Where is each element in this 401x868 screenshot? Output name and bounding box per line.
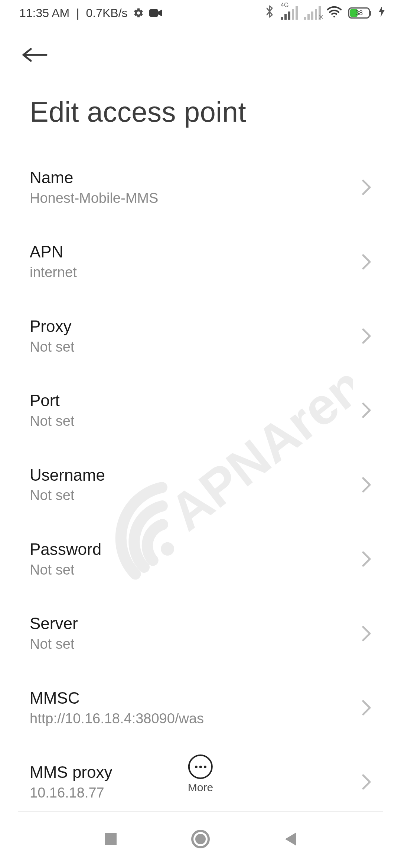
setting-row-username[interactable]: Username Not set bbox=[30, 448, 371, 522]
setting-value: Not set bbox=[30, 339, 356, 356]
chevron-right-icon bbox=[356, 625, 371, 642]
setting-row-apn[interactable]: APN internet bbox=[30, 224, 371, 299]
setting-label: Password bbox=[30, 540, 356, 559]
status-net-speed: 0.7KB/s bbox=[86, 6, 128, 20]
camera-icon bbox=[149, 9, 162, 17]
setting-row-proxy[interactable]: Proxy Not set bbox=[30, 299, 371, 373]
back-button[interactable] bbox=[16, 40, 53, 70]
setting-value: Not set bbox=[30, 562, 356, 579]
status-time: 11:35 AM bbox=[19, 6, 69, 20]
chevron-right-icon bbox=[356, 328, 371, 344]
setting-label: Proxy bbox=[30, 317, 356, 336]
svg-point-5 bbox=[195, 834, 206, 844]
chevron-right-icon bbox=[356, 402, 371, 418]
system-nav-bar bbox=[0, 812, 401, 868]
nav-back-button[interactable] bbox=[283, 831, 298, 849]
setting-value: Not set bbox=[30, 487, 356, 504]
settings-icon bbox=[133, 7, 144, 19]
svg-rect-2 bbox=[149, 9, 158, 17]
chevron-right-icon bbox=[356, 477, 371, 493]
chevron-right-icon bbox=[356, 179, 371, 195]
nav-recent-button[interactable] bbox=[103, 832, 118, 848]
chevron-right-icon bbox=[356, 774, 371, 790]
setting-label: Name bbox=[30, 168, 356, 188]
more-icon bbox=[188, 754, 213, 779]
setting-row-name[interactable]: Name Honest-Mobile-MMS bbox=[30, 150, 371, 224]
setting-row-port[interactable]: Port Not set bbox=[30, 373, 371, 447]
setting-value: internet bbox=[30, 264, 356, 281]
chevron-right-icon bbox=[356, 551, 371, 567]
settings-list: Name Honest-Mobile-MMS APN internet Prox… bbox=[0, 150, 401, 811]
arrow-left-icon bbox=[22, 47, 48, 62]
status-divider: | bbox=[76, 6, 79, 20]
chevron-right-icon bbox=[356, 254, 371, 270]
more-button[interactable]: More bbox=[188, 754, 213, 794]
app-bar bbox=[0, 26, 401, 73]
setting-value: http://10.16.18.4:38090/was bbox=[30, 710, 356, 727]
signal-sim1-icon: 4G bbox=[281, 6, 297, 20]
more-label: More bbox=[188, 781, 213, 794]
setting-value: Not set bbox=[30, 413, 356, 430]
page-title: Edit access point bbox=[0, 73, 401, 135]
setting-label: Server bbox=[30, 614, 356, 634]
chevron-right-icon bbox=[356, 700, 371, 716]
setting-value: Not set bbox=[30, 636, 356, 653]
setting-row-password[interactable]: Password Not set bbox=[30, 522, 371, 596]
status-bar: 11:35 AM | 0.7KB/s 4G ✕ 38 bbox=[0, 0, 401, 26]
setting-label: Username bbox=[30, 466, 356, 485]
signal-sim2-icon: ✕ bbox=[304, 6, 320, 20]
bluetooth-icon bbox=[265, 4, 274, 22]
battery-icon: 38 bbox=[348, 7, 370, 19]
setting-row-server[interactable]: Server Not set bbox=[30, 596, 371, 670]
setting-label: MMSC bbox=[30, 688, 356, 708]
setting-label: Port bbox=[30, 391, 356, 411]
setting-row-mmsc[interactable]: MMSC http://10.16.18.4:38090/was bbox=[30, 671, 371, 745]
setting-label: APN bbox=[30, 242, 356, 262]
charging-icon bbox=[379, 6, 385, 20]
svg-rect-3 bbox=[105, 833, 117, 845]
nav-home-button[interactable] bbox=[191, 829, 210, 850]
wifi-icon bbox=[327, 6, 342, 20]
setting-value: Honest-Mobile-MMS bbox=[30, 190, 356, 207]
